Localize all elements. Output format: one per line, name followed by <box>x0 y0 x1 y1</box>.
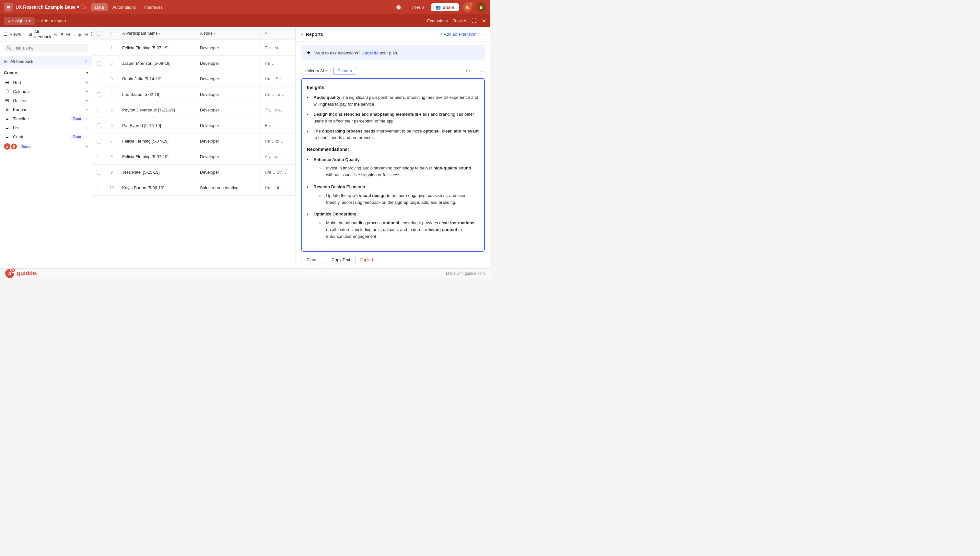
filter-icon[interactable]: ≡ <box>61 31 63 37</box>
insight-2-text: Design inconsistencies and unappealing e… <box>314 111 479 125</box>
hide-icon[interactable]: ⊘ <box>54 31 58 37</box>
guidde-icon: a 5 <box>5 269 14 278</box>
grid-plus-icon[interactable]: + <box>86 80 88 85</box>
ai-expand-icon[interactable]: ⛶ <box>472 68 477 74</box>
info-icon[interactable]: ⓘ <box>82 4 86 10</box>
app-logo[interactable]: ■ <box>4 3 13 12</box>
panel-title: Reports <box>306 32 434 37</box>
app-title[interactable]: UX Research Example Base ▾ <box>16 5 79 10</box>
history-button[interactable]: 🕐 <box>393 3 404 11</box>
table-row[interactable]: 4 Lee Szabo [5-02-19] Developer Un… I d… <box>92 87 296 102</box>
calendar-plus-icon[interactable]: + <box>86 89 88 94</box>
create-item-grid[interactable]: ⊞ Grid + <box>0 78 92 87</box>
row-checkbox[interactable] <box>92 134 105 149</box>
row-number: 7 <box>105 134 118 149</box>
ai-custom-button[interactable]: Custom <box>333 67 356 75</box>
create-item-new[interactable]: a 5 Team + <box>0 141 92 152</box>
notification-button[interactable]: 🔔 1 <box>463 2 472 12</box>
sort-icon[interactable]: ↕ <box>73 31 76 37</box>
tab-interfaces[interactable]: Interfaces <box>140 3 167 11</box>
color-icon[interactable]: ◈ <box>78 31 82 37</box>
create-item-gantt[interactable]: ≡ Gantt Team + <box>0 132 92 141</box>
active-check-icon: ✓ <box>84 59 88 64</box>
new-item-dot: a <box>4 143 10 150</box>
create-item-timeline[interactable]: ≡ Timeline Team + <box>0 114 92 123</box>
gantt-plus-icon[interactable]: + <box>86 134 88 139</box>
new-team-badge: Team <box>19 144 31 149</box>
rec-2-sub: Update the app's visual design to be mor… <box>314 192 479 206</box>
table-row[interactable]: 5 Peyton Devereaux [7-22-19] Developer T… <box>92 102 296 118</box>
create-item-calendar[interactable]: 🗓 Calendar + <box>0 87 92 96</box>
expand-icon[interactable]: ⛶ <box>472 18 477 24</box>
row-checkbox[interactable] <box>92 56 105 71</box>
role-cell: Developer <box>196 149 261 164</box>
table-row[interactable]: 1 Felicia Fleming [5-07-19] Developer Th… <box>92 40 296 56</box>
tab-automations[interactable]: Automations <box>108 3 140 11</box>
share-button[interactable]: 👥 Share <box>431 3 459 11</box>
table-row[interactable]: 6 Pat Everett [5-16-19] Developer Fo… <box>92 118 296 134</box>
list-plus-icon[interactable]: + <box>86 125 88 130</box>
role-sort-icon[interactable]: ▾ <box>214 32 215 35</box>
row-icon[interactable]: ⊟ <box>84 31 89 37</box>
participant-cell: Robin Jaffe [5-14-19] <box>118 71 196 87</box>
search-wrap: 🔍 <box>4 44 88 52</box>
row-checkbox[interactable] <box>92 87 105 102</box>
ai-model-selector[interactable]: Unicorn AI ▾ <box>301 67 331 75</box>
row-checkbox[interactable] <box>92 180 105 196</box>
avatar[interactable]: B <box>476 2 486 12</box>
sidebar-item-all-feedback[interactable]: ⊞ All feedback ✓ <box>0 57 92 66</box>
notes-options-icon[interactable]: ≡ <box>265 31 267 36</box>
participant-cell: Felicia Fleming [5-07-19] <box>118 40 196 55</box>
rec-2: Revamp Design Elements: Update the app's… <box>307 184 479 208</box>
tab-data[interactable]: Data <box>91 3 108 11</box>
search-input[interactable] <box>14 46 86 50</box>
add-import-button[interactable]: + Add or import <box>37 18 66 23</box>
row-number: 5 <box>105 102 118 118</box>
new-plus-icon[interactable]: + <box>86 144 88 149</box>
create-item-kanban[interactable]: ≡ Kanban + <box>0 105 92 114</box>
timeline-plus-icon[interactable]: + <box>86 116 88 121</box>
help-button[interactable]: ? Help <box>408 3 427 11</box>
ai-content-box: Insights: Audio quality is a significant… <box>301 78 485 252</box>
panel-chevron-icon[interactable]: ▾ <box>301 32 303 37</box>
table-row[interactable]: 9 Jess Patel [5-15-19] Developer I've… S… <box>92 165 296 180</box>
panel-more-icon[interactable]: ⋯ <box>479 31 485 38</box>
table-row[interactable]: 7 Felicia Fleming [5-07-19] Developer I'… <box>92 134 296 149</box>
participant-cell: Kayla Barton [5-06-19] <box>118 180 196 196</box>
participant-sort-icon[interactable]: ▾ <box>159 32 160 35</box>
group-icon[interactable]: ⊞ <box>66 31 70 37</box>
row-checkbox[interactable] <box>92 149 105 164</box>
table-row[interactable]: 2 Jasper Morrison [5-08-19] Developer I'… <box>92 56 296 71</box>
create-section-header[interactable]: Create... ▾ <box>0 67 92 78</box>
tools-button[interactable]: Tools ▾ <box>453 18 466 23</box>
add-extension-button[interactable]: + + Add an extension <box>437 32 476 37</box>
table-row[interactable]: 3 Robin Jaffe [5-14-19] Developer I'm… S… <box>92 71 296 87</box>
close-icon[interactable]: ✕ <box>482 18 486 24</box>
row-checkbox[interactable] <box>92 118 105 133</box>
create-item-list[interactable]: ≡ List + <box>0 123 92 132</box>
notes-cell: I'm… <box>261 56 296 71</box>
notes-cell: I've… Str… <box>261 165 296 180</box>
views-icon: ☰ <box>4 32 8 37</box>
table-row[interactable]: 10 Kayla Barton [5-06-19] Sales represen… <box>92 180 296 196</box>
ai-more-icon[interactable]: ⋯ <box>480 68 485 74</box>
rec-1-sub: Invest in improving audio streaming tech… <box>314 165 479 179</box>
gallery-plus-icon[interactable]: + <box>86 98 88 103</box>
table-row[interactable]: 8 Felicia Fleming [5-07-19] Developer As… <box>92 149 296 165</box>
ai-settings-icon[interactable]: ⚙ <box>466 68 470 74</box>
table-header: # A Participant name ▾ A Role ▾ ≡ <box>92 27 296 40</box>
row-checkbox[interactable] <box>92 102 105 118</box>
row-checkbox[interactable] <box>92 71 105 87</box>
row-checkbox[interactable] <box>92 40 105 55</box>
clear-button[interactable]: Clear <box>301 255 322 264</box>
extensions-button[interactable]: Extensions <box>427 18 448 23</box>
all-feedback-tab[interactable]: ⊞ All feedback <box>29 29 51 39</box>
copy-text-button[interactable]: Copy Text <box>326 255 356 264</box>
create-item-gallery[interactable]: ⊟ Gallery + <box>0 96 92 105</box>
row-checkbox[interactable] <box>92 165 105 180</box>
header-checkbox[interactable] <box>97 31 101 36</box>
kanban-plus-icon[interactable]: + <box>86 107 88 112</box>
th-checkbox[interactable] <box>92 27 105 40</box>
insights-tab[interactable]: ≡ Insights ▾ <box>4 17 35 25</box>
upgrade-link[interactable]: Upgrade <box>362 50 379 55</box>
